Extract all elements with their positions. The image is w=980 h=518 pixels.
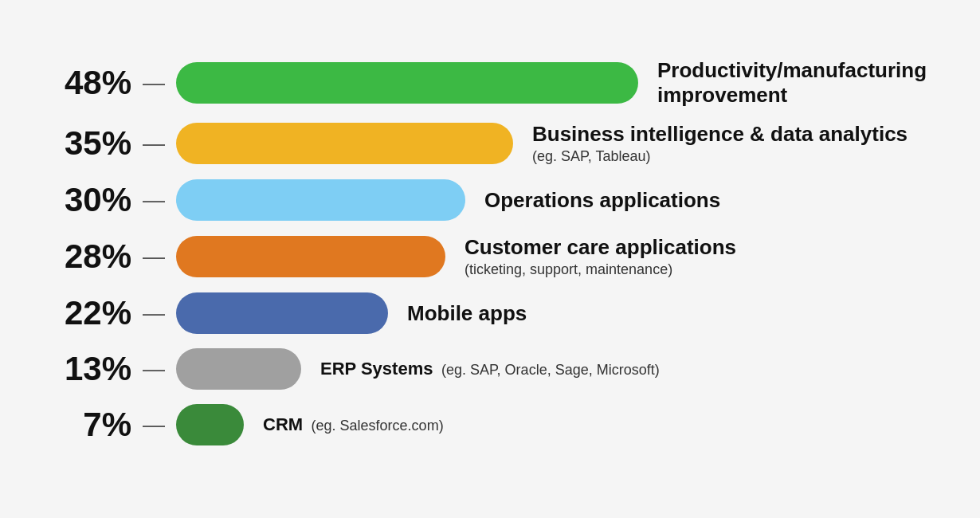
bar-row-operations: 30% — Operations applications: [52, 179, 928, 221]
label-main-0: Productivity/manufacturing improvement: [657, 58, 928, 108]
bar-wrapper-3: Customer care applications (ticketing, s…: [176, 235, 928, 278]
bar-row-productivity: 48% — Productivity/manufacturing improve…: [52, 58, 928, 108]
label-main-3: Customer care applications: [465, 235, 928, 260]
chart-container: 48% — Productivity/manufacturing improve…: [20, 42, 960, 477]
bar-row-customer: 28% — Customer care applications (ticket…: [52, 235, 928, 278]
bar-productivity: [176, 62, 638, 104]
bar-wrapper-5: ERP Systems (eg. SAP, Oracle, Sage, Micr…: [176, 348, 928, 390]
label-block-2: Operations applications: [484, 188, 928, 213]
label-block-6: CRM (eg. Salesforce.com): [263, 414, 928, 435]
label-sub-6: (eg. Salesforce.com): [312, 418, 444, 434]
label-main-2: Operations applications: [484, 188, 928, 213]
bar-customer: [176, 236, 445, 277]
percentage-28: 28%: [52, 237, 131, 276]
percentage-22: 22%: [52, 294, 131, 332]
bar-wrapper-6: CRM (eg. Salesforce.com): [176, 404, 928, 445]
percentage-7: 7%: [52, 406, 131, 444]
bar-mobile: [176, 292, 388, 334]
dash-4: —: [143, 300, 165, 326]
label-block-5: ERP Systems (eg. SAP, Oracle, Sage, Micr…: [320, 359, 928, 379]
bar-operations: [176, 179, 465, 221]
label-main-1: Business intelligence & data analytics: [532, 122, 928, 147]
bar-crm: [176, 404, 244, 445]
dash-2: —: [143, 187, 165, 213]
label-block-1: Business intelligence & data analytics (…: [532, 122, 928, 165]
bar-erp: [176, 348, 301, 390]
dash-3: —: [143, 244, 165, 269]
dash-5: —: [143, 356, 165, 382]
label-block-4: Mobile apps: [407, 301, 928, 326]
label-main-5: ERP Systems: [320, 359, 433, 379]
percentage-48: 48%: [52, 64, 131, 102]
dash-0: —: [143, 70, 165, 96]
bar-wrapper-4: Mobile apps: [176, 292, 928, 334]
bar-row-mobile: 22% — Mobile apps: [52, 292, 928, 334]
label-block-0: Productivity/manufacturing improvement: [657, 58, 928, 108]
percentage-30: 30%: [52, 181, 131, 219]
bar-wrapper-2: Operations applications: [176, 179, 928, 221]
percentage-35: 35%: [52, 124, 131, 163]
label-sub-3: (ticketing, support, maintenance): [465, 261, 928, 278]
bar-row-bi: 35% — Business intelligence & data analy…: [52, 122, 928, 165]
bar-bi: [176, 123, 513, 164]
bar-wrapper-0: Productivity/manufacturing improvement: [176, 58, 928, 108]
dash-1: —: [143, 131, 165, 156]
label-main-6: CRM: [263, 414, 303, 434]
bar-row-crm: 7% — CRM (eg. Salesforce.com): [52, 404, 928, 445]
dash-6: —: [143, 412, 165, 438]
label-sub-1: (eg. SAP, Tableau): [532, 148, 928, 165]
bar-row-erp: 13% — ERP Systems (eg. SAP, Oracle, Sage…: [52, 348, 928, 390]
label-block-3: Customer care applications (ticketing, s…: [465, 235, 928, 278]
label-sub-5: (eg. SAP, Oracle, Sage, Microsoft): [441, 362, 660, 378]
percentage-13: 13%: [52, 350, 131, 388]
label-main-4: Mobile apps: [407, 301, 928, 326]
bar-wrapper-1: Business intelligence & data analytics (…: [176, 122, 928, 165]
